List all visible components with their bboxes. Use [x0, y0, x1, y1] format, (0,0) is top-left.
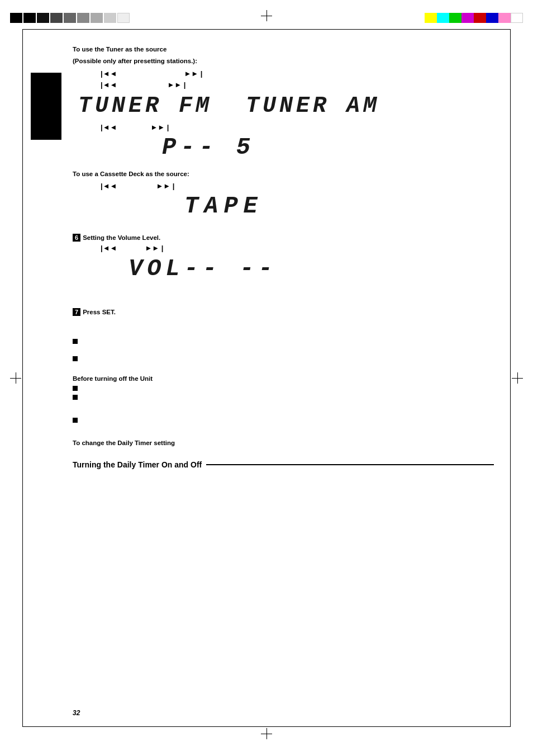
skip-next-1: ►► | — [184, 69, 202, 78]
bullet-square-2 — [73, 356, 78, 361]
lcd-tuner-row: TUNER FM TUNER AM — [73, 93, 494, 119]
border-bottom — [22, 726, 511, 727]
skip-prev-vol: |◄◄ — [101, 244, 117, 252]
turning-header-text: Turning the Daily Timer On and Off — [73, 460, 202, 469]
before-turning-heading: Before turning off the Unit — [73, 375, 494, 382]
spacer8 — [73, 426, 494, 431]
step7-heading: Press SET. — [83, 309, 116, 315]
before-bullet-1 — [73, 385, 494, 391]
bullet-square-3 — [73, 418, 78, 423]
top-center-crosshair — [261, 10, 272, 21]
main-content: To use the Tuner as the source (Possible… — [73, 45, 494, 469]
skip-prev-cassette: |◄◄ — [101, 182, 117, 190]
before-bullet-2 — [73, 394, 494, 400]
lcd-tuner-am: TUNER AM — [212, 93, 380, 119]
page-number: 32 — [73, 709, 80, 717]
bullet-3 — [73, 417, 494, 423]
turning-header-line — [206, 464, 494, 465]
border-top — [22, 29, 511, 30]
color-block-pink — [498, 13, 511, 23]
spacer5 — [73, 347, 494, 352]
spacer2 — [73, 223, 494, 228]
gs-block-6 — [77, 13, 89, 23]
lcd-tuner-fm: TUNER FM — [73, 93, 212, 119]
black-sidebar-rect — [31, 73, 61, 140]
left-mid-crosshair — [10, 372, 21, 384]
skip-next-cassette: ►► | — [156, 182, 174, 190]
grayscale-bar — [10, 13, 130, 23]
color-block-magenta — [461, 13, 474, 23]
to-change-text: To change the Daily Timer setting — [73, 440, 494, 446]
step7-header: 7 Press SET. — [73, 308, 494, 316]
gs-block-9 — [117, 13, 130, 23]
color-block-blue — [486, 13, 498, 23]
color-block-yellow — [425, 13, 437, 23]
step7-section: 7 Press SET. — [73, 308, 494, 316]
spacer1 — [73, 164, 494, 169]
lcd-preset: P-- 5 — [162, 134, 255, 161]
lcd-vol-container: VOL-- -- — [73, 256, 494, 282]
tuner-subheading: (Possible only after presetting stations… — [73, 56, 494, 66]
nav-arrows-cassette: |◄◄ ►► | — [73, 182, 494, 190]
skip-next-vol: ►► | — [145, 244, 163, 252]
volume-number: 6 — [73, 234, 80, 242]
cassette-heading: To use a Cassette Deck as the source: — [73, 169, 494, 179]
gs-block-1 — [10, 13, 22, 23]
color-block-green — [449, 13, 461, 23]
skip-prev-1: |◄◄ — [101, 69, 117, 78]
skip-prev-2: |◄◄ — [101, 81, 117, 89]
grayscale-blocks — [10, 13, 130, 23]
skip-next-3: ►► | — [150, 123, 169, 131]
spacer4 — [73, 318, 494, 335]
gs-block-5 — [64, 13, 76, 23]
gs-block-3 — [37, 13, 49, 23]
spacer9 — [73, 449, 494, 455]
tuner-section: To use the Tuner as the source (Possible… — [73, 45, 494, 161]
step7-number: 7 — [73, 308, 80, 316]
right-mid-crosshair — [512, 372, 523, 384]
lcd-vol: VOL-- -- — [129, 256, 277, 282]
nav-arrows-row1: |◄◄ ►► | — [73, 69, 494, 78]
cassette-section: To use a Cassette Deck as the source: |◄… — [73, 169, 494, 220]
tuner-heading: To use the Tuner as the source — [73, 45, 494, 54]
color-block-red — [474, 13, 486, 23]
skip-next-2: ►► | — [167, 81, 185, 89]
color-block-cyan — [437, 13, 449, 23]
spacer6 — [73, 364, 494, 370]
volume-section: 6 Setting the Volume Level. |◄◄ ►► | VOL… — [73, 234, 494, 282]
before-bullet-square-2 — [73, 395, 78, 400]
gs-block-2 — [23, 13, 36, 23]
before-bullet-square-1 — [73, 386, 78, 391]
nav-arrows-row3: |◄◄ ►► | — [73, 123, 494, 131]
bullet-2 — [73, 355, 494, 361]
lcd-preset-container: P-- 5 — [73, 134, 494, 161]
turning-header: Turning the Daily Timer On and Off — [73, 460, 494, 469]
gs-block-8 — [104, 13, 116, 23]
lcd-tape: TAPE — [184, 193, 263, 220]
gs-block-4 — [50, 13, 63, 23]
spacer3 — [73, 286, 494, 303]
nav-arrows-row2: |◄◄ ►► | — [73, 81, 494, 89]
color-block-white — [511, 13, 523, 23]
gs-block-7 — [91, 13, 103, 23]
border-left — [22, 29, 23, 727]
volume-header: 6 Setting the Volume Level. — [73, 234, 494, 242]
bullet-1 — [73, 338, 494, 344]
bullet-square-1 — [73, 339, 78, 344]
nav-arrows-volume: |◄◄ ►► | — [73, 244, 494, 252]
color-blocks — [425, 13, 523, 23]
volume-heading: Setting the Volume Level. — [83, 234, 160, 241]
lcd-tape-container: TAPE — [73, 193, 494, 220]
bottom-center-crosshair — [261, 728, 272, 739]
border-right — [510, 29, 511, 727]
spacer7 — [73, 403, 494, 414]
skip-prev-3: |◄◄ — [101, 123, 117, 131]
